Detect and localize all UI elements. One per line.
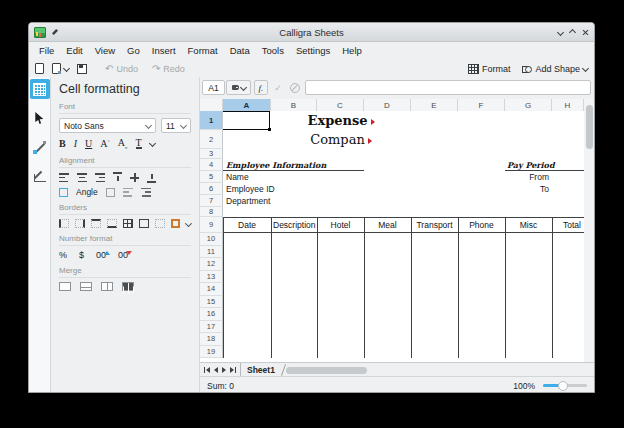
border-right-button[interactable] — [75, 219, 85, 228]
border-color-button[interactable] — [171, 219, 180, 228]
table-header-phone[interactable]: Phone — [459, 217, 504, 233]
cell-company-name[interactable]: Compan — [271, 130, 411, 149]
border-color-chevron-icon[interactable] — [185, 220, 192, 227]
table-header-transport[interactable]: Transport — [412, 217, 457, 233]
menu-insert[interactable]: Insert — [146, 45, 182, 56]
formula-input[interactable] — [305, 80, 591, 95]
font-family-select[interactable]: Noto Sans — [59, 118, 156, 133]
row-header-18[interactable]: 18 — [200, 333, 223, 346]
border-none-button[interactable] — [155, 219, 164, 228]
previous-sheet-button[interactable] — [214, 367, 218, 373]
cell-grid[interactable]: Expense Compan Employee Information Pay … — [200, 111, 584, 358]
connector-tool-button[interactable] — [30, 137, 50, 157]
new-document-button[interactable] — [35, 63, 44, 74]
align-middle-button[interactable] — [130, 173, 139, 182]
shape-selection-tool-button[interactable] — [30, 108, 50, 128]
superscript-button[interactable]: A^ — [100, 138, 110, 149]
format-button[interactable]: Format — [468, 64, 511, 74]
align-right-button[interactable] — [95, 173, 105, 182]
table-header-description[interactable]: Description — [272, 217, 316, 233]
row-header-14[interactable]: 14 — [200, 283, 223, 296]
cell-reference-box[interactable]: A1 — [202, 80, 225, 95]
cell-selection-A1[interactable] — [222, 111, 270, 130]
column-header-A[interactable]: A — [223, 99, 271, 111]
menu-data[interactable]: Data — [224, 45, 256, 56]
cell-name-label[interactable]: Name — [226, 171, 249, 183]
column-header-H[interactable]: H — [552, 99, 584, 111]
row-header-19[interactable]: 19 — [200, 346, 223, 358]
row-header-5[interactable]: 5 — [200, 171, 223, 183]
row-header-2[interactable]: 2 — [200, 130, 223, 149]
calligraphy-tool-button[interactable] — [30, 166, 50, 186]
increase-indent-button[interactable] — [141, 188, 151, 197]
menu-settings[interactable]: Settings — [290, 45, 336, 56]
vertical-scrollbar[interactable] — [584, 99, 594, 362]
zoom-slider-knob[interactable] — [558, 381, 568, 391]
row-header-12[interactable]: 12 — [200, 258, 223, 271]
insert-function-button[interactable]: f. — [254, 80, 268, 95]
apply-formula-button[interactable]: ✓ — [271, 80, 285, 95]
sheet-tab[interactable]: Sheet1 — [240, 363, 281, 376]
angle-button[interactable]: Angle — [76, 187, 98, 197]
cell-from-label[interactable]: From — [505, 171, 549, 183]
font-size-select[interactable]: 11 — [161, 118, 191, 133]
row-header-9[interactable]: 9 — [200, 217, 223, 233]
border-bottom-button[interactable] — [107, 219, 116, 228]
horizontal-scrollbar-thumb[interactable] — [286, 367, 367, 374]
align-bottom-button[interactable] — [147, 172, 156, 183]
first-sheet-button[interactable] — [204, 367, 210, 373]
cell-to-label[interactable]: To — [505, 183, 549, 195]
row-header-4[interactable]: 4 — [200, 159, 223, 171]
close-icon[interactable] — [582, 29, 589, 36]
border-left-button[interactable] — [59, 219, 69, 228]
row-header-10[interactable]: 10 — [200, 233, 223, 246]
cell-tool-button[interactable] — [30, 79, 50, 99]
redo-button[interactable]: ↷ Redo — [152, 64, 185, 74]
next-sheet-button[interactable] — [222, 367, 226, 373]
column-header-B[interactable]: B — [271, 99, 317, 111]
wrap-text-button[interactable] — [59, 188, 68, 197]
subscript-button[interactable]: Av — [118, 137, 128, 150]
save-button[interactable] — [77, 64, 87, 74]
row-header-1[interactable]: 1 — [200, 111, 223, 130]
menu-file[interactable]: File — [33, 45, 60, 56]
column-header-E[interactable]: E — [411, 99, 458, 111]
maximize-icon[interactable] — [569, 28, 576, 35]
row-header-13[interactable]: 13 — [200, 271, 223, 284]
border-top-button[interactable] — [91, 219, 100, 228]
titlebar[interactable]: Calligra Sheets — [29, 23, 594, 42]
align-top-button[interactable] — [113, 172, 122, 183]
cell-employee-id-label[interactable]: Employee ID — [226, 183, 275, 195]
merge-horizontal-button[interactable] — [80, 282, 92, 291]
row-header-7[interactable]: 7 — [200, 195, 223, 207]
table-header-date[interactable]: Date — [224, 217, 270, 233]
last-sheet-button[interactable] — [230, 367, 236, 373]
align-left-button[interactable] — [59, 173, 69, 182]
text-color-button[interactable]: T — [136, 138, 142, 149]
percent-format-button[interactable]: % — [59, 250, 67, 260]
cancel-formula-button[interactable] — [288, 80, 302, 95]
select-all-corner[interactable] — [200, 99, 223, 111]
table-header-total[interactable]: Total — [553, 217, 583, 233]
minimize-icon[interactable] — [557, 28, 564, 35]
border-outline-button[interactable] — [139, 219, 148, 228]
table-header-meal[interactable]: Meal — [365, 217, 410, 233]
bold-button[interactable]: B — [59, 138, 66, 149]
row-header-3[interactable]: 3 — [200, 149, 223, 159]
decrease-indent-button[interactable] — [123, 188, 133, 197]
row-header-6[interactable]: 6 — [200, 183, 223, 195]
increase-precision-button[interactable]: 00 — [96, 250, 106, 260]
table-header-hotel[interactable]: Hotel — [318, 217, 363, 233]
merge-vertical-button[interactable] — [101, 282, 113, 291]
border-all-button[interactable] — [123, 219, 132, 228]
cell-department-label[interactable]: Department — [226, 195, 270, 207]
decrease-precision-button[interactable]: 00 — [118, 250, 128, 260]
row-header-16[interactable]: 16 — [200, 308, 223, 321]
underline-button[interactable]: U — [85, 138, 92, 149]
vertical-scrollbar-thumb[interactable] — [586, 105, 593, 149]
unmerge-button[interactable] — [122, 282, 134, 291]
open-chevron-icon[interactable] — [63, 65, 70, 72]
cell-expense-title[interactable]: Expense — [271, 111, 411, 130]
table-header-misc[interactable]: Misc — [506, 217, 551, 233]
named-range-select[interactable] — [226, 80, 251, 95]
